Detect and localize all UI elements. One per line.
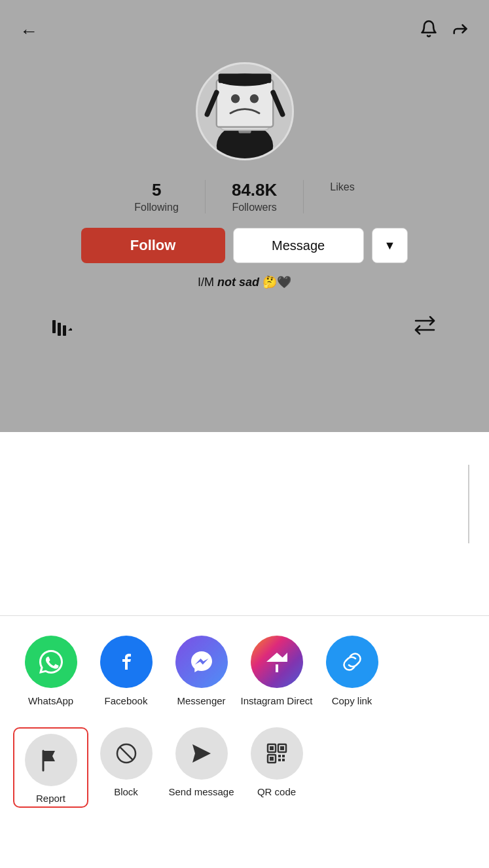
- followers-count: 84.8K: [232, 180, 277, 200]
- svg-rect-13: [52, 320, 56, 333]
- action-buttons: Follow Message ▼: [0, 228, 489, 263]
- messenger-icon: [175, 636, 228, 688]
- send-message-icon: [175, 727, 228, 780]
- instagram-direct-icon: [251, 636, 303, 688]
- svg-rect-15: [63, 325, 66, 336]
- svg-marker-16: [68, 328, 72, 331]
- action-send-message[interactable]: Send message: [164, 727, 239, 808]
- notification-icon[interactable]: [420, 20, 438, 43]
- svg-rect-23: [270, 746, 274, 750]
- bio-text: I/M not sad 🤔🖤: [0, 275, 489, 289]
- bottom-icons-row: [0, 302, 489, 340]
- action-qr-code[interactable]: QR code: [239, 727, 314, 808]
- action-block[interactable]: Block: [88, 727, 164, 808]
- followers-stat[interactable]: 84.8K Followers: [206, 180, 304, 213]
- action-report[interactable]: Report: [13, 727, 88, 808]
- likes-stat[interactable]: Likes: [304, 180, 380, 213]
- messenger-label: Messenger: [177, 695, 225, 708]
- share-row: WhatsApp Facebook Messenger Instagram Di…: [0, 616, 489, 721]
- followers-label: Followers: [232, 202, 276, 213]
- copy-link-label: Copy link: [332, 695, 372, 708]
- share-copy-link[interactable]: Copy link: [314, 636, 389, 708]
- share-messenger[interactable]: Messenger: [164, 636, 239, 708]
- svg-line-20: [119, 746, 132, 759]
- copy-link-icon: [326, 636, 378, 688]
- following-label: Following: [134, 202, 179, 213]
- svg-rect-27: [270, 757, 274, 761]
- svg-rect-14: [58, 323, 61, 336]
- follow-button[interactable]: Follow: [81, 228, 225, 263]
- grid-view-icon[interactable]: [52, 316, 72, 340]
- svg-rect-25: [280, 746, 284, 750]
- avatar: [196, 62, 294, 160]
- following-stat[interactable]: 5 Following: [108, 180, 206, 213]
- svg-rect-29: [282, 755, 285, 757]
- share-header-icon[interactable]: [451, 20, 469, 43]
- top-bar: ←: [0, 0, 489, 49]
- avatar-container: [0, 62, 489, 160]
- dropdown-button[interactable]: ▼: [372, 228, 408, 263]
- svg-rect-31: [282, 759, 285, 761]
- back-button[interactable]: ←: [20, 21, 38, 42]
- send-message-label: Send message: [168, 786, 234, 797]
- action-row: Report Block Send message: [0, 721, 489, 821]
- share-instagram-direct[interactable]: Instagram Direct: [239, 636, 314, 708]
- instagram-direct-label: Instagram Direct: [240, 695, 312, 708]
- profile-section: ←: [0, 0, 489, 432]
- svg-rect-28: [278, 755, 281, 757]
- block-label: Block: [114, 786, 138, 797]
- facebook-icon: [100, 636, 153, 688]
- chevron-down-icon: ▼: [384, 239, 396, 253]
- block-icon: [100, 727, 153, 780]
- svg-point-10: [249, 94, 258, 103]
- message-button[interactable]: Message: [233, 228, 364, 263]
- white-gap: [0, 432, 489, 615]
- repost-icon[interactable]: [413, 316, 437, 340]
- top-right-icons: [420, 20, 469, 43]
- qr-code-label: QR code: [257, 786, 296, 797]
- scroll-indicator: [468, 465, 469, 543]
- whatsapp-label: WhatsApp: [28, 695, 73, 708]
- svg-point-9: [230, 94, 239, 103]
- stats-row: 5 Following 84.8K Followers Likes: [0, 180, 489, 213]
- share-whatsapp[interactable]: WhatsApp: [13, 636, 88, 708]
- share-facebook[interactable]: Facebook: [88, 636, 164, 708]
- facebook-label: Facebook: [105, 695, 148, 708]
- svg-rect-30: [278, 759, 281, 761]
- following-count: 5: [152, 180, 161, 200]
- likes-label: Likes: [330, 181, 354, 193]
- svg-marker-21: [192, 744, 211, 763]
- report-icon: [25, 734, 77, 786]
- qr-code-icon: [251, 727, 303, 780]
- whatsapp-icon: [25, 636, 77, 688]
- svg-rect-12: [218, 73, 271, 82]
- svg-rect-6: [216, 80, 272, 127]
- report-label: Report: [36, 793, 65, 804]
